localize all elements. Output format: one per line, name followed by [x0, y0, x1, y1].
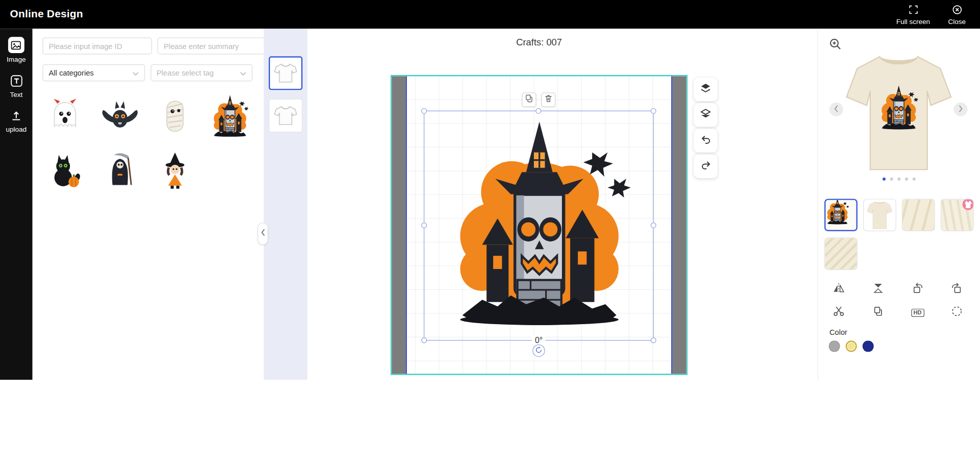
- preview-thumb-design[interactable]: [824, 199, 857, 231]
- color-swatch-gray[interactable]: [829, 340, 840, 352]
- undo-button[interactable]: [694, 129, 718, 153]
- preview-thumbnails-row2: [824, 237, 857, 270]
- resize-handle-bottom-right[interactable]: [651, 337, 656, 343]
- chevron-down-icon: [240, 68, 246, 77]
- halloween-castle-artwork[interactable]: [429, 115, 649, 335]
- asset-thumb-black-cat[interactable]: [42, 149, 87, 193]
- app-title: Online Design: [10, 8, 83, 20]
- asset-thumb-haunted-house[interactable]: [208, 94, 253, 139]
- bring-forward-button[interactable]: [694, 78, 718, 102]
- rail-item-text[interactable]: Text: [9, 73, 23, 98]
- resize-handle-top-right[interactable]: [651, 108, 656, 114]
- category-select-value: All categories: [49, 68, 94, 77]
- close-button[interactable]: Close: [940, 4, 974, 25]
- redo-button[interactable]: [694, 154, 718, 178]
- hd-button[interactable]: HD: [903, 305, 932, 320]
- delete-selection-button[interactable]: [541, 92, 555, 107]
- app-window: Online Design Full screen Close Image: [0, 0, 980, 380]
- summary-input[interactable]: [158, 37, 267, 54]
- rotate-right-button[interactable]: [943, 282, 971, 297]
- preview-thumb-shirt[interactable]: [863, 199, 896, 231]
- rotate-left-icon: [911, 282, 923, 297]
- page-thumb-back[interactable]: [269, 99, 303, 132]
- preview-thumbnails: [824, 199, 974, 231]
- layer-up-icon: [699, 82, 712, 96]
- close-label: Close: [948, 17, 965, 25]
- fullscreen-button[interactable]: Full screen: [896, 4, 930, 25]
- halftone-button[interactable]: [943, 305, 971, 320]
- rail-item-label: upload: [6, 126, 27, 133]
- undo-icon: [700, 133, 712, 148]
- asset-thumb-witch[interactable]: [153, 149, 198, 193]
- upload-icon: [9, 108, 23, 123]
- rotate-handle[interactable]: [532, 345, 545, 357]
- crafts-label: Crafts: 007: [390, 37, 688, 47]
- pages-strip: [264, 29, 308, 380]
- rail-item-label: Text: [10, 91, 22, 99]
- collapse-panel-button[interactable]: [257, 223, 268, 245]
- carousel-dot[interactable]: [897, 178, 900, 181]
- send-backward-button[interactable]: [694, 103, 718, 127]
- image-id-input[interactable]: [42, 37, 152, 54]
- copy-icon: [524, 94, 533, 106]
- color-swatch-navy[interactable]: [863, 340, 874, 352]
- rotate-left-button[interactable]: [903, 282, 932, 297]
- edit-tools: HD: [824, 282, 974, 320]
- carousel-dot[interactable]: [890, 178, 893, 181]
- dashed-circle-icon: [950, 305, 963, 320]
- color-section-label: Color: [829, 328, 847, 337]
- resize-handle-mid-right[interactable]: [651, 223, 656, 228]
- flip-vertical-button[interactable]: [864, 282, 892, 297]
- resize-handle-top-center[interactable]: [535, 108, 541, 114]
- fullscreen-icon: [908, 4, 919, 16]
- rail-item-image[interactable]: Image: [7, 37, 26, 63]
- flip-horizontal-button[interactable]: [824, 282, 853, 297]
- carousel-next-button[interactable]: [954, 103, 968, 116]
- fullscreen-label: Full screen: [896, 17, 930, 25]
- carousel-dot[interactable]: [913, 178, 916, 181]
- color-swatch-yellow[interactable]: [846, 340, 857, 352]
- design-selection[interactable]: 0°: [424, 111, 654, 341]
- asset-thumb-mummy[interactable]: [153, 94, 198, 139]
- asset-thumb-grim-reaper[interactable]: [97, 149, 142, 193]
- left-rail: Image Text upload: [0, 29, 33, 380]
- tshirt-preview-image[interactable]: [839, 44, 958, 181]
- close-icon: [951, 4, 962, 16]
- preview-panel: HD Color Choose size & quantity: [818, 29, 980, 380]
- asset-thumb-bat[interactable]: [97, 94, 142, 139]
- page-thumb-front[interactable]: [269, 56, 303, 90]
- tag-select[interactable]: Please select tag: [150, 64, 252, 81]
- tag-select-placeholder: Please select tag: [157, 68, 214, 77]
- hd-icon: HD: [911, 308, 924, 316]
- layer-down-icon: [699, 108, 712, 123]
- category-select[interactable]: All categories: [42, 64, 144, 81]
- resize-handle-mid-left[interactable]: [421, 223, 427, 228]
- preview-thumb-fabric-1[interactable]: [902, 199, 935, 231]
- trash-icon: [544, 94, 553, 106]
- asset-grid: [42, 94, 259, 194]
- carousel-dot[interactable]: [905, 178, 908, 181]
- library-search-row: [42, 37, 252, 54]
- seam-line-right: [671, 76, 672, 374]
- carousel-dots: [818, 178, 980, 181]
- rail-item-upload[interactable]: upload: [6, 108, 27, 133]
- resize-handle-bottom-left[interactable]: [421, 337, 427, 343]
- text-icon: [9, 73, 23, 88]
- preview-thumb-fabric-2[interactable]: [941, 199, 974, 231]
- duplicate-selection-button[interactable]: [522, 92, 536, 107]
- preview-thumb-fabric-3[interactable]: [824, 237, 857, 270]
- carousel-dot[interactable]: [883, 178, 886, 181]
- cut-button[interactable]: [824, 305, 853, 320]
- redo-icon: [700, 159, 712, 174]
- color-swatches: [829, 340, 874, 352]
- resize-handle-top-left[interactable]: [421, 108, 427, 114]
- topbar: Online Design Full screen Close: [0, 0, 980, 29]
- duplicate-button[interactable]: [864, 305, 892, 320]
- selection-actions: [522, 92, 555, 107]
- flip-horizontal-icon: [832, 282, 845, 297]
- garment-seam-right: [673, 76, 687, 374]
- print-area[interactable]: 0°: [390, 75, 688, 375]
- carousel-prev-button[interactable]: [829, 103, 843, 116]
- chevron-left-icon: [260, 228, 265, 239]
- asset-thumb-ghost[interactable]: [42, 94, 87, 139]
